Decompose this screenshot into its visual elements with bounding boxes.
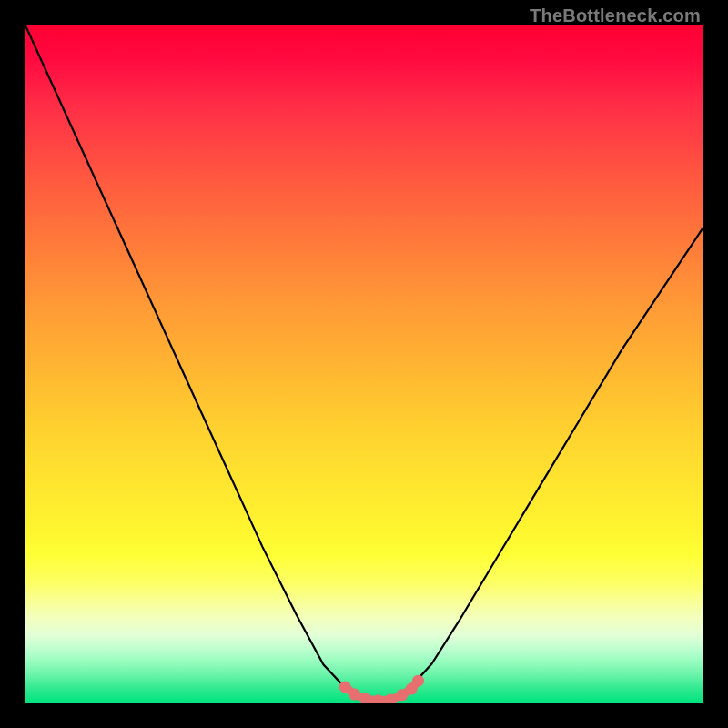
curve-layer xyxy=(25,25,703,703)
bottleneck-curve xyxy=(25,25,703,701)
optimal-range-point xyxy=(412,675,424,687)
chart-frame: TheBottleneck.com xyxy=(0,0,728,728)
optimal-range-point xyxy=(339,681,351,693)
optimal-range-point xyxy=(372,694,384,703)
gradient-plot-area xyxy=(25,25,703,703)
optimal-range-highlight xyxy=(339,675,424,703)
attribution-label: TheBottleneck.com xyxy=(530,5,701,26)
optimal-range-point xyxy=(349,689,360,701)
